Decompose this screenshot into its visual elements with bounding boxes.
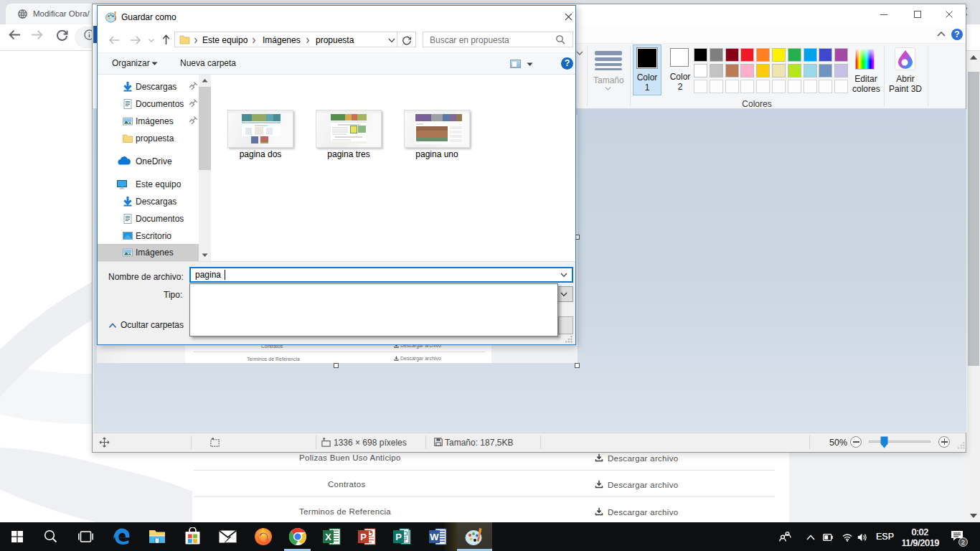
svg-text:W: W — [430, 532, 439, 542]
svg-text:X: X — [325, 532, 331, 542]
svg-text:P: P — [395, 532, 402, 542]
svg-text:P: P — [360, 532, 367, 542]
